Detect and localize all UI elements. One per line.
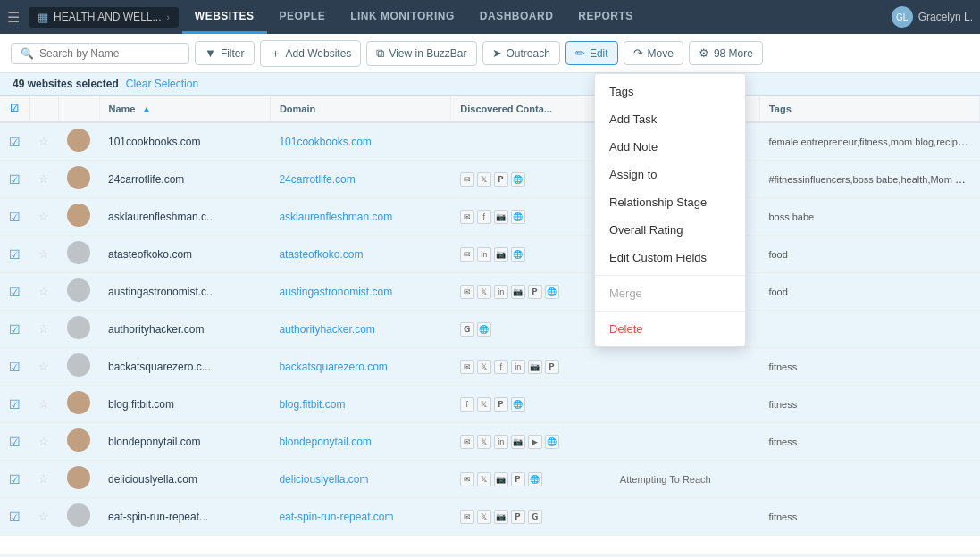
row-star[interactable]: ☆ — [29, 161, 58, 198]
search-box[interactable]: 🔍 — [11, 43, 189, 64]
dropdown-item-add-task[interactable]: Add Task — [595, 105, 745, 133]
col-tags[interactable]: Tags — [759, 96, 979, 122]
row-star[interactable]: ☆ — [29, 348, 58, 386]
dropdown-item-assign-to[interactable]: Assign to — [595, 161, 745, 188]
row-domain[interactable]: atasteofkoko.com — [270, 236, 450, 273]
row-domain[interactable]: 101cookbooks.com — [270, 122, 450, 161]
star-icon[interactable]: ☆ — [38, 172, 49, 186]
edit-button[interactable]: ✏ Edit — [565, 41, 618, 65]
outreach-button[interactable]: ➤ Outreach — [482, 41, 560, 65]
row-domain[interactable]: austingastronomist.com — [270, 273, 450, 311]
table-row[interactable]: ☑☆101cookbooks.com101cookbooks.comAttemp… — [0, 122, 980, 161]
row-star[interactable]: ☆ — [29, 273, 58, 311]
row-check[interactable]: ☑ — [0, 423, 29, 461]
row-check[interactable]: ☑ — [0, 348, 29, 386]
domain-link[interactable]: atasteofkoko.com — [279, 248, 363, 261]
hamburger-icon[interactable]: ☰ — [7, 9, 20, 26]
table-row[interactable]: ☑☆asklaurenfleshman.c...asklaurenfleshma… — [0, 198, 980, 236]
star-icon[interactable]: ☆ — [38, 397, 49, 411]
row-check[interactable]: ☑ — [0, 236, 29, 273]
row-name: backatsquarezero.c... — [99, 348, 270, 386]
table-row[interactable]: ☑☆backatsquarezero.c...backatsquarezero.… — [0, 348, 980, 386]
row-star[interactable]: ☆ — [29, 461, 58, 498]
move-button[interactable]: ↷ Move — [624, 41, 683, 65]
star-icon[interactable]: ☆ — [38, 247, 49, 261]
star-icon[interactable]: ☆ — [38, 435, 49, 448]
search-input[interactable] — [39, 47, 180, 60]
row-domain[interactable]: asklaurenfleshman.com — [270, 198, 450, 236]
row-check[interactable]: ☑ — [0, 461, 29, 498]
clear-selection-link[interactable]: Clear Selection — [126, 78, 198, 90]
brand-chevron-icon: › — [166, 12, 169, 22]
dropdown-item-delete[interactable]: Delete — [595, 315, 745, 343]
col-name[interactable]: Name ▲ — [99, 96, 270, 122]
table-row[interactable]: ☑☆blog.fitbit.comblog.fitbit.comf𝕏𝗣🌐fitn… — [0, 386, 980, 423]
col-contacts[interactable]: Discovered Conta... — [451, 96, 611, 122]
star-icon[interactable]: ☆ — [38, 472, 49, 486]
dropdown-item-edit-custom-fields[interactable]: Edit Custom Fields — [595, 244, 745, 271]
add-websites-button[interactable]: ＋ Add Websites — [260, 40, 362, 67]
row-check[interactable]: ☑ — [0, 311, 29, 348]
domain-link[interactable]: authorityhacker.com — [279, 323, 374, 336]
dropdown-item-overall-rating[interactable]: Overall Rating — [595, 216, 745, 244]
row-check[interactable]: ☑ — [0, 273, 29, 311]
dropdown-item-add-note[interactable]: Add Note — [595, 133, 745, 161]
row-star[interactable]: ☆ — [29, 386, 58, 423]
row-star[interactable]: ☆ — [29, 236, 58, 273]
col-check[interactable]: ☑ — [0, 96, 29, 122]
table-row[interactable]: ☑☆eat-spin-run-repeat...eat-spin-run-rep… — [0, 498, 980, 536]
col-domain[interactable]: Domain — [270, 96, 450, 122]
row-domain[interactable]: 24carrotlife.com — [270, 161, 450, 198]
row-domain[interactable]: backatsquarezero.com — [270, 348, 450, 386]
row-star[interactable]: ☆ — [29, 122, 58, 161]
tab-dashboard[interactable]: DASHBOARD — [467, 0, 566, 34]
dropdown-item-tags[interactable]: Tags — [595, 78, 745, 105]
domain-link[interactable]: asklaurenfleshman.com — [279, 211, 392, 223]
row-domain[interactable]: authorityhacker.com — [270, 311, 450, 348]
user-menu[interactable]: GL Gracelyn L. — [892, 6, 973, 28]
view-buzzbar-button[interactable]: ⧉ View in BuzzBar — [366, 41, 476, 66]
domain-link[interactable]: deliciouslyella.com — [279, 473, 368, 486]
row-star[interactable]: ☆ — [29, 498, 58, 536]
table-row[interactable]: ☑☆austingastronomist.c...austingastronom… — [0, 273, 980, 311]
domain-link[interactable]: backatsquarezero.com — [279, 361, 387, 373]
more-button[interactable]: ⚙ 98 More — [689, 41, 763, 65]
row-check[interactable]: ☑ — [0, 386, 29, 423]
domain-link[interactable]: 24carrotlife.com — [279, 173, 355, 186]
star-icon[interactable]: ☆ — [38, 210, 49, 223]
row-check[interactable]: ☑ — [0, 161, 29, 198]
brand-selector[interactable]: ▦ HEALTH AND WELL... › — [29, 7, 179, 28]
table-row[interactable]: ☑☆blondeponytail.comblondeponytail.com✉𝕏… — [0, 423, 980, 461]
domain-link[interactable]: blog.fitbit.com — [279, 398, 345, 411]
row-check[interactable]: ☑ — [0, 498, 29, 536]
domain-link[interactable]: blondeponytail.com — [279, 436, 371, 448]
row-domain[interactable]: blog.fitbit.com — [270, 386, 450, 423]
domain-link[interactable]: eat-spin-run-repeat.com — [279, 511, 393, 523]
star-icon[interactable]: ☆ — [38, 360, 49, 373]
star-icon[interactable]: ☆ — [38, 322, 49, 336]
tab-link-monitoring[interactable]: LINK MONITORING — [338, 0, 467, 34]
row-domain[interactable]: deliciouslyella.com — [270, 461, 450, 498]
row-check[interactable]: ☑ — [0, 198, 29, 236]
domain-link[interactable]: 101cookbooks.com — [279, 136, 371, 148]
dropdown-item-relationship-stage[interactable]: Relationship Stage — [595, 188, 745, 216]
table-row[interactable]: ☑☆24carrotlife.com24carrotlife.com✉𝕏𝗣🌐#f… — [0, 161, 980, 198]
row-star[interactable]: ☆ — [29, 423, 58, 461]
row-domain[interactable]: blondeponytail.com — [270, 423, 450, 461]
filter-button[interactable]: ▼ Filter — [195, 41, 255, 65]
tab-people[interactable]: PEOPLE — [267, 0, 339, 34]
domain-link[interactable]: austingastronomist.com — [279, 286, 392, 298]
star-icon[interactable]: ☆ — [38, 285, 49, 298]
row-check[interactable]: ☑ — [0, 122, 29, 161]
table-row[interactable]: ☑☆authorityhacker.comauthorityhacker.com… — [0, 311, 980, 348]
table-row[interactable]: ☑☆deliciouslyella.comdeliciouslyella.com… — [0, 461, 980, 498]
avatar — [67, 466, 90, 489]
table-row[interactable]: ☑☆atasteofkoko.comatasteofkoko.com✉in📷🌐A… — [0, 236, 980, 273]
star-icon[interactable]: ☆ — [38, 135, 49, 148]
row-star[interactable]: ☆ — [29, 198, 58, 236]
tab-reports[interactable]: REPORTS — [565, 0, 646, 34]
tab-websites[interactable]: WEBSITES — [182, 0, 267, 34]
star-icon[interactable]: ☆ — [38, 510, 49, 523]
row-star[interactable]: ☆ — [29, 311, 58, 348]
row-domain[interactable]: eat-spin-run-repeat.com — [270, 498, 450, 536]
